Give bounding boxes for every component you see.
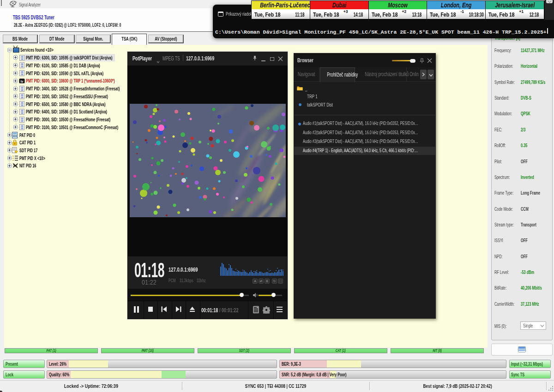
svg-text:10: 10: [21, 58, 24, 60]
svg-text:tv: tv: [21, 79, 24, 83]
svg-text:10: 10: [21, 127, 24, 130]
svg-text:10: 10: [21, 119, 24, 122]
svg-text:10: 10: [21, 73, 24, 76]
svg-text:10: 10: [21, 65, 24, 68]
svg-text:10: 10: [21, 96, 24, 99]
svg-text:10: 10: [21, 89, 24, 91]
svg-text:10: 10: [21, 104, 24, 107]
svg-text:10: 10: [21, 112, 24, 114]
